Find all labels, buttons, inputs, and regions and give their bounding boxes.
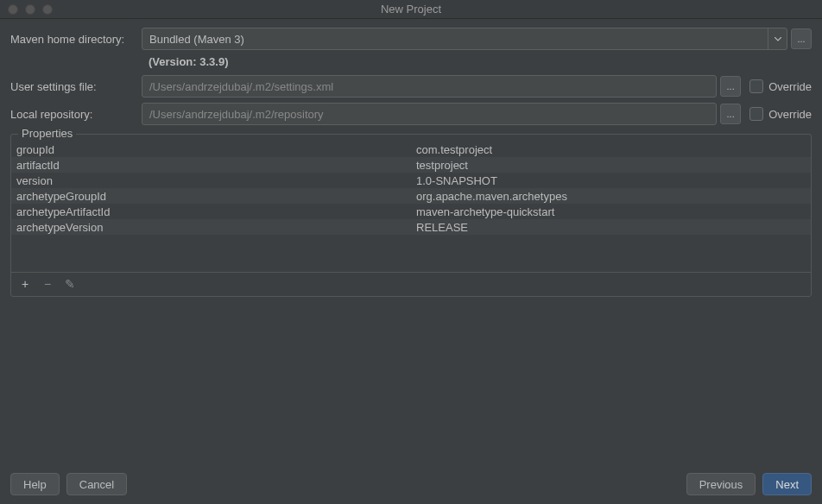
add-property-button[interactable]: +: [18, 277, 32, 291]
local-repo-override-checkbox[interactable]: [749, 107, 763, 121]
next-button[interactable]: Next: [762, 473, 812, 495]
user-settings-override-label: Override: [768, 80, 812, 93]
user-settings-input[interactable]: /Users/andrzejdubaj/.m2/settings.xml: [142, 75, 717, 98]
property-key: artifactId: [11, 159, 411, 172]
previous-button[interactable]: Previous: [686, 473, 756, 495]
user-settings-override-checkbox[interactable]: [749, 79, 763, 93]
dialog-footer: Help Cancel Previous Next: [0, 464, 822, 504]
minimize-window-button[interactable]: [25, 4, 35, 15]
maven-home-combo[interactable]: Bundled (Maven 3): [142, 28, 787, 50]
property-value: com.testproject: [411, 143, 811, 156]
help-button[interactable]: Help: [10, 473, 60, 495]
property-value: 1.0-SNAPSHOT: [411, 174, 811, 187]
pencil-icon: ✎: [65, 277, 75, 291]
maven-home-row: Maven home directory: Bundled (Maven 3) …: [10, 28, 812, 50]
properties-panel: Properties groupIdcom.testprojectartifac…: [10, 134, 812, 297]
property-key: groupId: [11, 143, 411, 156]
edit-property-button[interactable]: ✎: [63, 277, 77, 291]
local-repo-row: Local repository: /Users/andrzejdubaj/.m…: [10, 103, 812, 125]
user-settings-row: User settings file: /Users/andrzejdubaj/…: [10, 75, 812, 98]
close-window-button[interactable]: [8, 4, 18, 15]
properties-table[interactable]: groupIdcom.testprojectartifactIdtestproj…: [11, 142, 811, 272]
table-row[interactable]: archetypeVersionRELEASE: [11, 219, 811, 235]
maven-home-value: Bundled (Maven 3): [149, 33, 764, 46]
property-key: archetypeGroupId: [11, 190, 411, 203]
user-settings-value: /Users/andrzejdubaj/.m2/settings.xml: [149, 80, 333, 93]
minus-icon: −: [44, 277, 51, 291]
chevron-down-icon[interactable]: [768, 28, 787, 49]
maven-home-browse-button[interactable]: ...: [791, 28, 812, 49]
properties-toolbar: + − ✎: [11, 272, 811, 296]
user-settings-browse-button[interactable]: ...: [720, 76, 741, 97]
zoom-window-button[interactable]: [42, 4, 53, 15]
table-row[interactable]: version1.0-SNAPSHOT: [11, 173, 811, 188]
local-repo-value: /Users/andrzejdubaj/.m2/repository: [149, 108, 324, 121]
property-value: RELEASE: [411, 221, 811, 234]
table-row[interactable]: archetypeArtifactIdmaven-archetype-quick…: [11, 204, 811, 219]
maven-version-label: (Version: 3.3.9): [10, 55, 812, 68]
property-key: archetypeVersion: [11, 221, 411, 234]
local-repo-override-label: Override: [768, 108, 812, 121]
properties-legend: Properties: [18, 127, 76, 140]
property-key: archetypeArtifactId: [11, 205, 411, 218]
dialog-content: Maven home directory: Bundled (Maven 3) …: [0, 19, 822, 464]
property-value: maven-archetype-quickstart: [411, 205, 811, 218]
table-row[interactable]: artifactIdtestproject: [11, 157, 811, 173]
local-repo-browse-button[interactable]: ...: [720, 104, 741, 124]
property-key: version: [11, 174, 411, 187]
local-repo-label: Local repository:: [10, 108, 142, 121]
property-value: testproject: [411, 159, 811, 172]
maven-home-label: Maven home directory:: [10, 33, 142, 46]
plus-icon: +: [22, 277, 28, 291]
user-settings-label: User settings file:: [10, 80, 142, 93]
window-controls: [0, 4, 53, 15]
cancel-button[interactable]: Cancel: [66, 473, 127, 495]
local-repo-input[interactable]: /Users/andrzejdubaj/.m2/repository: [142, 103, 717, 125]
titlebar: New Project: [0, 0, 822, 19]
table-row[interactable]: archetypeGroupIdorg.apache.maven.archety…: [11, 188, 811, 204]
table-row[interactable]: groupIdcom.testproject: [11, 142, 811, 157]
remove-property-button[interactable]: −: [41, 277, 54, 291]
window-title: New Project: [0, 3, 822, 16]
property-value: org.apache.maven.archetypes: [411, 190, 811, 203]
